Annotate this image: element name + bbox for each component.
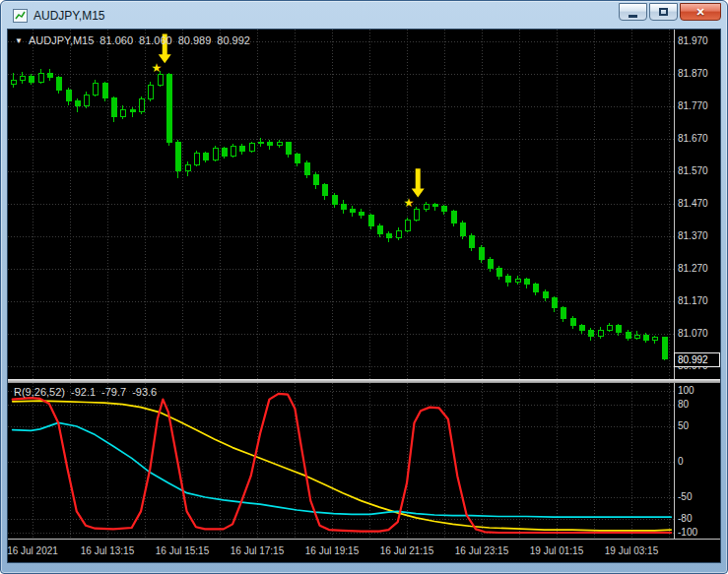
price-label: 81.670 (678, 133, 708, 144)
indicator-line-yellow (13, 401, 672, 531)
candle-body (332, 196, 337, 204)
candle-body (634, 335, 639, 338)
indicator-line-cyan (13, 422, 672, 517)
indicator-axis-label: 50 (678, 420, 689, 431)
legend-low: 80.989 (178, 34, 212, 46)
candle-body (441, 207, 446, 212)
indicator-axis-label: 0 (678, 456, 684, 467)
indicator-axis-label: -100 (678, 527, 697, 538)
candle-body (130, 109, 135, 112)
candle-body (102, 84, 107, 98)
candle-body (451, 211, 456, 223)
price-label: 81.370 (678, 230, 708, 241)
candle-body (29, 77, 33, 83)
candle-body (515, 280, 520, 283)
main-chart-pane: ★★ 81.97081.87081.77081.67081.57081.4708… (8, 30, 720, 379)
candle-body (304, 162, 309, 174)
candle-body (267, 142, 272, 145)
candle-body (405, 221, 410, 231)
indicator-line-red (13, 394, 672, 533)
legend-high: 81.060 (139, 34, 172, 46)
candle-body (56, 78, 61, 91)
time-axis: 16 Jul 202116 Jul 13:1516 Jul 15:1516 Ju… (8, 539, 720, 562)
chart-legend: ▼ AUDJPY,M15 81.060 81.060 80.989 80.992 (15, 34, 250, 46)
candle-body (561, 308, 565, 319)
candle-body (111, 98, 116, 117)
candle-body (175, 142, 180, 170)
indicator-chart[interactable] (8, 383, 674, 539)
candle-body (239, 146, 244, 151)
candle-body (488, 259, 493, 268)
indicator-axis-label: 80 (678, 399, 689, 410)
indicator-value-3: -93.6 (132, 386, 157, 398)
candle-body (38, 73, 43, 82)
candle-body (139, 99, 144, 112)
candle-body (652, 337, 657, 340)
candle-body (524, 280, 529, 285)
candle-body (386, 233, 391, 237)
candle-body (662, 337, 667, 358)
candle-body (359, 213, 364, 216)
chart-window-icon (13, 9, 28, 23)
time-label: 16 Jul 21:15 (380, 545, 434, 556)
price-axis: 81.97081.87081.77081.67081.57081.47081.3… (674, 30, 719, 379)
candle-body (424, 205, 429, 210)
price-label: 81.470 (678, 198, 708, 209)
legend-open: 81.060 (99, 34, 133, 46)
price-label: 81.870 (678, 68, 708, 79)
candle-body (249, 144, 254, 152)
price-label: 81.270 (678, 263, 708, 274)
current-price-tag: 80.992 (674, 352, 720, 367)
window-controls: ✕ (619, 3, 721, 21)
candle-body (231, 146, 235, 156)
legend-symbol: AUDJPY,M15 (29, 34, 94, 46)
candle-body (93, 84, 98, 95)
minimize-button[interactable] (619, 3, 647, 21)
time-label: 19 Jul 01:15 (530, 545, 584, 556)
candle-body (313, 174, 318, 185)
candle-body (570, 318, 575, 325)
chart-window: AUDJPY,M15 ✕ ★★ 81.97081.87081.77081.670… (0, 0, 728, 574)
legend-close: 80.992 (217, 34, 250, 46)
indicator-axis-label: 100 (678, 385, 695, 396)
candle-body (194, 154, 199, 165)
candle-body (598, 330, 603, 337)
sell-arrow-icon (412, 168, 425, 197)
price-label: 81.570 (678, 165, 708, 176)
close-icon: ✕ (695, 7, 704, 18)
legend-dropdown-icon[interactable]: ▼ (15, 36, 23, 45)
candle-body (148, 85, 153, 99)
sell-star-icon: ★ (151, 61, 162, 75)
candle-body (222, 149, 227, 156)
time-label: 16 Jul 13:15 (81, 545, 135, 556)
restore-icon (659, 8, 668, 16)
candle-body (75, 101, 80, 106)
time-label: 16 Jul 23:15 (455, 545, 509, 556)
time-label: 16 Jul 17:15 (231, 545, 285, 556)
candle-body (213, 149, 218, 159)
candle-body (185, 164, 190, 170)
candle-body (203, 154, 208, 159)
price-label: 81.170 (678, 295, 708, 306)
sell-star-icon: ★ (404, 196, 415, 210)
candlestick-chart[interactable]: ★★ (8, 30, 674, 379)
candle-body (543, 291, 548, 297)
candle-body (643, 335, 648, 340)
candle-body (11, 81, 16, 85)
candle-body (377, 225, 382, 233)
candle-body (258, 142, 263, 144)
restore-button[interactable] (649, 3, 678, 21)
indicator-value-2: -79.7 (101, 386, 126, 398)
candle-body (368, 215, 373, 225)
price-label: 81.770 (678, 100, 708, 111)
candle-body (479, 247, 484, 259)
candle-body (47, 73, 52, 78)
close-button[interactable]: ✕ (680, 3, 721, 21)
candle-body (277, 143, 282, 146)
window-titlebar[interactable]: AUDJPY,M15 ✕ (7, 1, 721, 29)
candle-body (552, 297, 557, 308)
indicator-axis-label: -80 (678, 513, 692, 524)
candle-body (350, 210, 355, 213)
time-label: 16 Jul 19:15 (305, 545, 360, 556)
time-label: 16 Jul 2021 (7, 545, 58, 556)
